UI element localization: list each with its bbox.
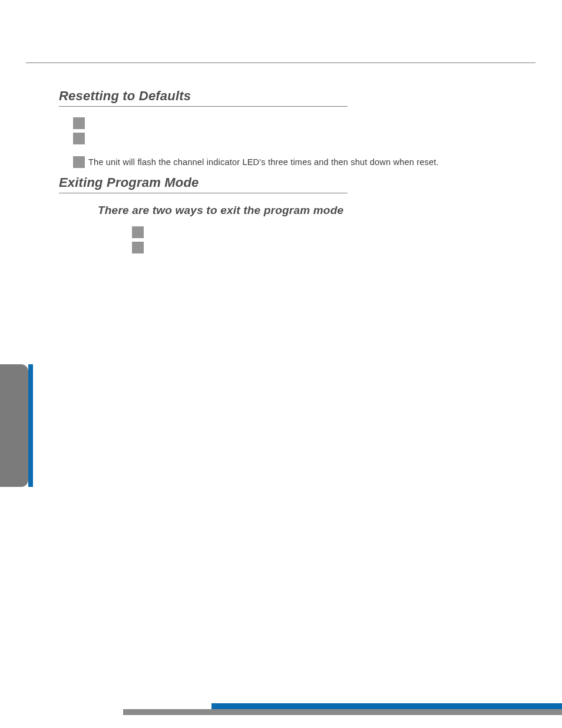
- subsection-title-exit-ways: There are two ways to exit the program m…: [98, 204, 530, 217]
- bullet-group-resetting-top: [73, 117, 530, 144]
- bullet-square-icon: [73, 133, 85, 144]
- bullet-group-exiting: [132, 226, 530, 253]
- reset-note-text: The unit will flash the channel indicato…: [88, 157, 439, 167]
- section-title-resetting: Resetting to Defaults: [59, 88, 348, 107]
- bullet-square-icon: [73, 117, 85, 129]
- page-side-tab-gray: [0, 364, 28, 487]
- page-side-tab-blue: [28, 364, 33, 487]
- page-content: Resetting to Defaults The unit will flas…: [59, 88, 530, 257]
- footer-bar-blue: [211, 703, 562, 709]
- bullet-square-icon: [73, 156, 85, 168]
- footer-bar-gray: [123, 709, 562, 715]
- bullet-square-icon: [132, 242, 144, 253]
- bullet-row-resetting-note: The unit will flash the channel indicato…: [73, 156, 530, 168]
- top-divider: [26, 62, 535, 63]
- bullet-square-icon: [132, 226, 144, 238]
- section-title-exiting: Exiting Program Mode: [59, 175, 348, 193]
